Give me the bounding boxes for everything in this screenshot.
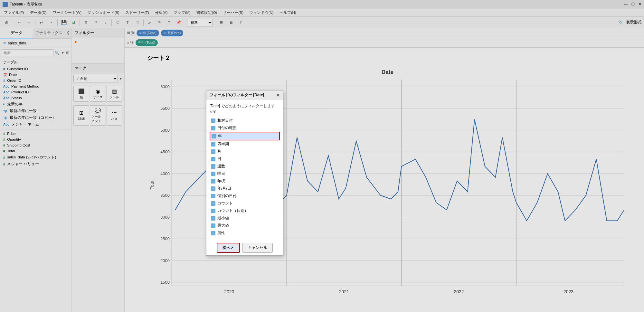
dialog-option-label: 日: [217, 156, 221, 162]
dialog-overlay: フィールドのフィルター [Date] ✕ [Date] でどのようにフィルターし…: [0, 0, 644, 312]
dialog-option-icon: ▫: [211, 172, 215, 176]
dialog-option-icon: ▫: [211, 118, 215, 123]
dialog-option-label: 日付の範囲: [217, 125, 237, 131]
dialog-option-icon: ▫: [212, 134, 216, 138]
dialog-option-icon: ▫: [211, 126, 215, 130]
dialog-option-label: 週数: [217, 164, 225, 169]
dialog-option-label: 曜日: [217, 171, 225, 176]
dialog-body: [Date] でどのようにフィルターしますか? ▫ 相対日付 ▫ 日付の範囲 ▫…: [206, 100, 283, 240]
dialog-option-label: カウント（個別）: [217, 208, 248, 213]
dialog-option-icon: ▫: [211, 209, 215, 213]
dialog-option-week[interactable]: ▫ 週数: [210, 163, 280, 170]
dialog-option-individual-date[interactable]: ▫ 個別の日付: [210, 192, 280, 200]
dialog-option-max[interactable]: ▫ 最大値: [210, 222, 280, 229]
dialog-title-bar: フィールドのフィルター [Date] ✕: [206, 90, 283, 100]
dialog-option-label: 年/月: [217, 178, 226, 184]
dialog-option-weekday[interactable]: ▫ 曜日: [210, 170, 280, 177]
dialog-option-day[interactable]: ▫ 日: [210, 155, 280, 163]
dialog-option-label: 最小値: [217, 215, 229, 221]
dialog-option-icon: ▫: [211, 194, 215, 198]
dialog-option-label: 個別の日付: [217, 193, 237, 199]
dialog-footer: 次へ＞ キャンセル: [206, 240, 283, 255]
dialog-option-icon: ▫: [211, 223, 215, 228]
dialog-option-label: 最大値: [217, 223, 229, 228]
dialog-option-icon: ▫: [211, 149, 215, 154]
dialog-option-year-month-day[interactable]: ▫ 年/月/日: [210, 185, 280, 192]
dialog-option-month[interactable]: ▫ 月: [210, 148, 280, 155]
dialog-option-icon: ▫: [211, 231, 215, 235]
dialog-option-icon: ▫: [211, 186, 215, 191]
dialog-option-min[interactable]: ▫ 最小値: [210, 214, 280, 222]
dialog-cancel-button[interactable]: キャンセル: [242, 243, 273, 253]
dialog-option-icon: ▫: [211, 201, 215, 206]
dialog-option-label: 相対日付: [217, 118, 233, 123]
dialog-option-icon: ▫: [211, 179, 215, 184]
dialog-option-label: 年: [218, 133, 222, 139]
dialog-option-icon: ▫: [211, 142, 215, 147]
dialog-option-label: カウント: [217, 201, 233, 206]
dialog-option-relative-date[interactable]: ▫ 相対日付: [210, 117, 280, 124]
dialog-option-label: 年/月/日: [217, 186, 231, 191]
dialog-option-year-month[interactable]: ▫ 年/月: [210, 177, 280, 185]
dialog-option-quarter[interactable]: ▫ 四半期: [210, 140, 280, 148]
dialog-option-label: 属性: [217, 230, 225, 236]
dialog-option-icon: ▫: [211, 157, 215, 161]
dialog-option-label: 月: [217, 149, 221, 154]
dialog-question: [Date] でどのようにフィルターしますか?: [210, 103, 280, 114]
dialog-option-icon: ▫: [211, 216, 215, 221]
dialog-option-count[interactable]: ▫ カウント: [210, 200, 280, 207]
dialog-title: フィールドのフィルター [Date]: [210, 92, 264, 98]
dialog-next-button[interactable]: 次へ＞: [217, 243, 240, 253]
dialog-option-year[interactable]: ▫ 年: [210, 132, 280, 140]
dialog-option-count-distinct[interactable]: ▫ カウント（個別）: [210, 207, 280, 214]
dialog-option-icon: ▫: [211, 164, 215, 169]
dialog-option-attribute[interactable]: ▫ 属性: [210, 229, 280, 237]
dialog-close-button[interactable]: ✕: [276, 93, 280, 98]
dialog-option-label: 四半期: [217, 141, 229, 147]
dialog-option-date-range[interactable]: ▫ 日付の範囲: [210, 124, 280, 132]
filter-dialog: フィールドのフィルター [Date] ✕ [Date] でどのようにフィルターし…: [206, 90, 283, 256]
